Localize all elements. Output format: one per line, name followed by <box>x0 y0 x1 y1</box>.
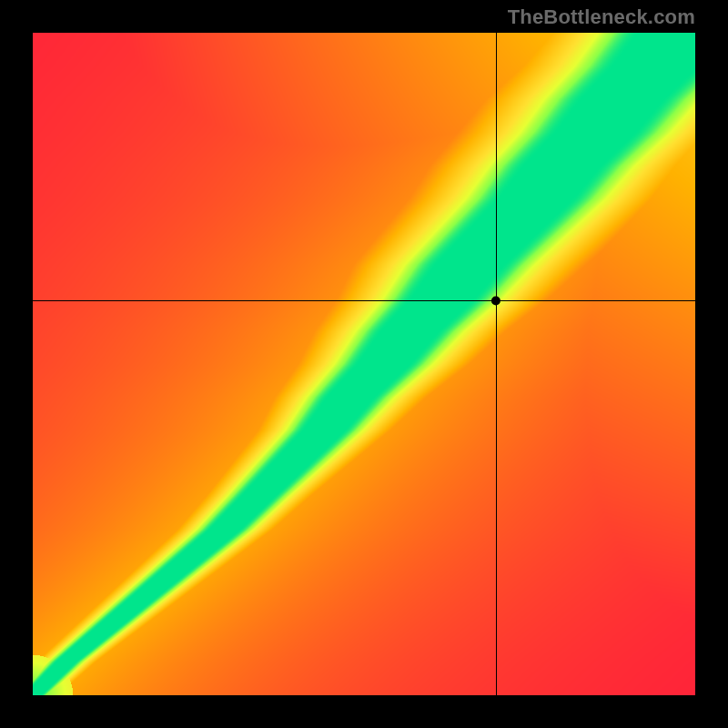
heatmap-canvas <box>33 33 695 695</box>
outer-frame: TheBottleneck.com <box>0 0 728 728</box>
watermark-text: TheBottleneck.com <box>508 5 695 29</box>
